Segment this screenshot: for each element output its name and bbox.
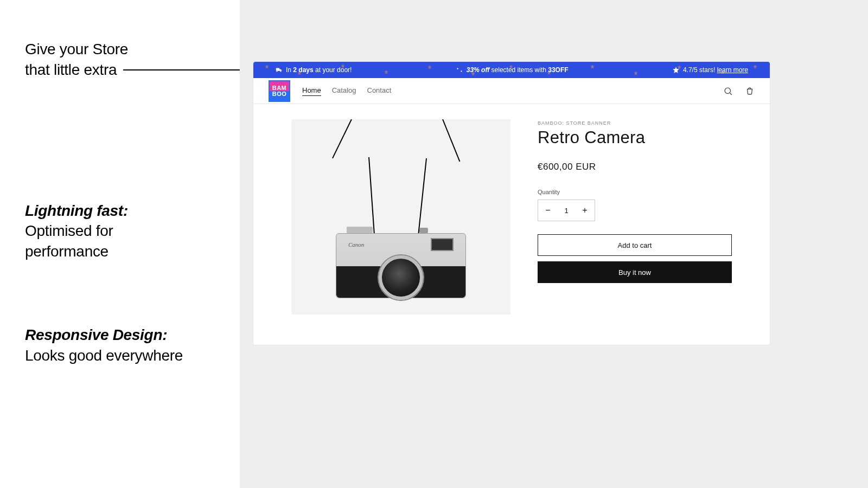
logo-top: BAM	[272, 85, 287, 91]
ship-suffix: at your door!	[314, 66, 352, 74]
sale-mid: selected items with	[489, 66, 548, 74]
search-icon[interactable]	[723, 86, 733, 96]
cart-icon[interactable]	[745, 86, 755, 96]
callout-line	[123, 69, 253, 70]
store-nav: BAM BOO Home Catalog Contact	[253, 78, 770, 104]
rating-link[interactable]: learn more	[717, 66, 748, 74]
nav-links: Home Catalog Contact	[302, 86, 391, 96]
camera-brand: Canon	[348, 241, 364, 248]
quantity-label: Quantity	[538, 189, 732, 195]
feature2-line1: Optimised for	[25, 221, 231, 241]
sale-pct: 33% off	[467, 66, 489, 74]
announcement-banner: In 2 days at your door! 33% off selected…	[253, 62, 770, 78]
buy-now-button[interactable]: Buy it now	[538, 261, 732, 283]
marketing-sidebar: Give your Store that little extra Lightn…	[25, 39, 231, 442]
qty-input[interactable]	[558, 200, 575, 221]
percent-icon	[456, 66, 463, 74]
qty-decrease[interactable]: −	[538, 200, 558, 221]
preview-stage: In 2 days at your door! 33% off selected…	[240, 0, 868, 488]
banner-sale: 33% off selected items with 33OFF	[456, 66, 569, 74]
feature2-line2: performance	[25, 241, 231, 262]
nav-catalog[interactable]: Catalog	[332, 86, 356, 96]
add-to-cart-button[interactable]: Add to cart	[538, 234, 732, 256]
store-logo[interactable]: BAM BOO	[269, 80, 290, 102]
qty-increase[interactable]: +	[575, 200, 595, 221]
svg-point-0	[725, 88, 731, 94]
feature3-title: Responsive Design:	[25, 325, 231, 345]
logo-bot: BOO	[272, 91, 287, 97]
feature2-title: Lightning fast:	[25, 201, 231, 221]
banner-rating: 4.7/5 stars! learn more	[672, 66, 748, 74]
feature3-line1: Looks good everywhere	[25, 345, 231, 366]
sale-code: 33OFF	[548, 66, 568, 74]
banner-shipping: In 2 days at your door!	[275, 66, 352, 74]
product-image: Canon	[291, 119, 510, 314]
ship-prefix: In	[286, 66, 293, 74]
quantity-stepper: − +	[538, 200, 595, 221]
truck-icon	[275, 66, 283, 74]
ship-days: 2 days	[293, 66, 313, 74]
product-info: BAMBOO: STORE BANNER Retro Camera €600,0…	[538, 119, 732, 314]
product-title: Retro Camera	[538, 128, 732, 147]
rating-text: 4.7/5 stars!	[683, 66, 717, 74]
storefront-preview: In 2 days at your door! 33% off selected…	[253, 62, 770, 345]
product-vendor: BAMBOO: STORE BANNER	[538, 120, 732, 126]
headline-line1: Give your Store	[25, 39, 231, 60]
nav-home[interactable]: Home	[302, 86, 321, 96]
star-icon	[672, 66, 680, 74]
nav-contact[interactable]: Contact	[367, 86, 392, 96]
product-price: €600,00 EUR	[538, 162, 732, 172]
